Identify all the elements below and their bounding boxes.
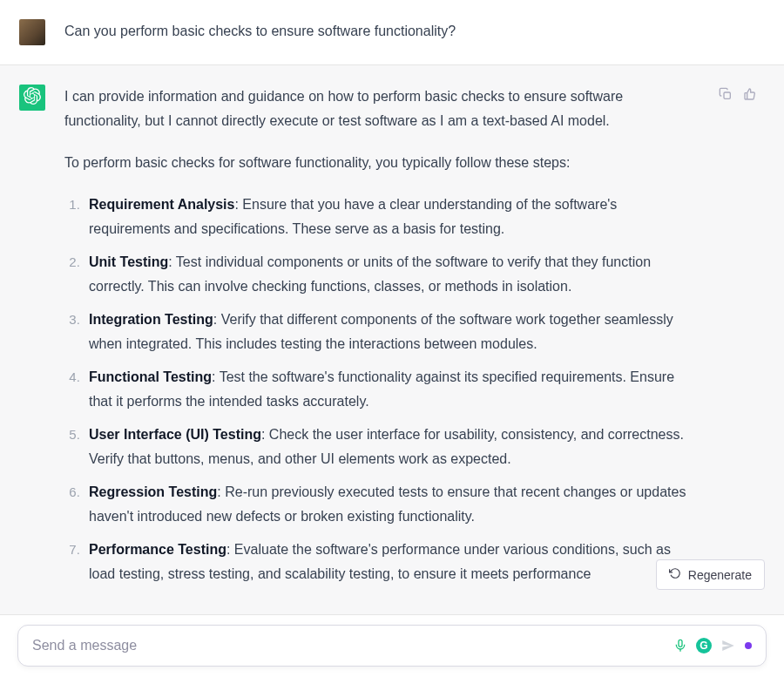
assistant-steps-list: Requirement Analysis: Ensure that you ha…	[64, 193, 690, 586]
list-item: Performance Testing: Evaluate the softwa…	[84, 538, 690, 586]
list-item: Functional Testing: Test the software's …	[84, 365, 690, 414]
composer-area: G	[17, 625, 767, 667]
regenerate-label: Regenerate	[688, 568, 752, 582]
list-item: Unit Testing: Test individual components…	[84, 250, 690, 299]
list-item: Requirement Analysis: Ensure that you ha…	[84, 193, 690, 241]
thumbs-up-icon[interactable]	[742, 86, 758, 102]
svg-rect-1	[679, 640, 682, 647]
assistant-intro-1: I can provide information and guidance o…	[64, 85, 690, 133]
user-message-row: Can you perform basic checks to ensure s…	[0, 0, 784, 65]
svg-rect-0	[724, 92, 730, 98]
copy-icon[interactable]	[718, 86, 733, 102]
send-icon[interactable]	[720, 638, 736, 653]
assistant-message-row: I can provide information and guidance o…	[0, 65, 784, 615]
composer-icons: G	[673, 638, 752, 653]
status-dot-icon	[745, 642, 752, 649]
list-item: User Interface (UI) Testing: Check the u…	[84, 423, 690, 471]
regenerate-button[interactable]: Regenerate	[656, 559, 765, 590]
grammarly-icon[interactable]: G	[696, 638, 712, 653]
refresh-icon	[669, 567, 681, 582]
user-avatar	[19, 19, 45, 45]
message-input[interactable]	[32, 638, 665, 653]
list-item: Regression Testing: Re-run previously ex…	[84, 480, 690, 529]
assistant-avatar	[19, 85, 45, 111]
assistant-intro-2: To perform basic checks for software fun…	[64, 151, 690, 175]
composer: G	[17, 625, 767, 667]
assistant-actions	[718, 85, 758, 595]
microphone-icon[interactable]	[673, 639, 687, 653]
list-item: Integration Testing: Verify that differe…	[84, 308, 690, 356]
assistant-message-body: I can provide information and guidance o…	[64, 85, 699, 595]
openai-logo-icon	[24, 87, 41, 108]
user-message-text: Can you perform basic checks to ensure s…	[64, 19, 758, 45]
